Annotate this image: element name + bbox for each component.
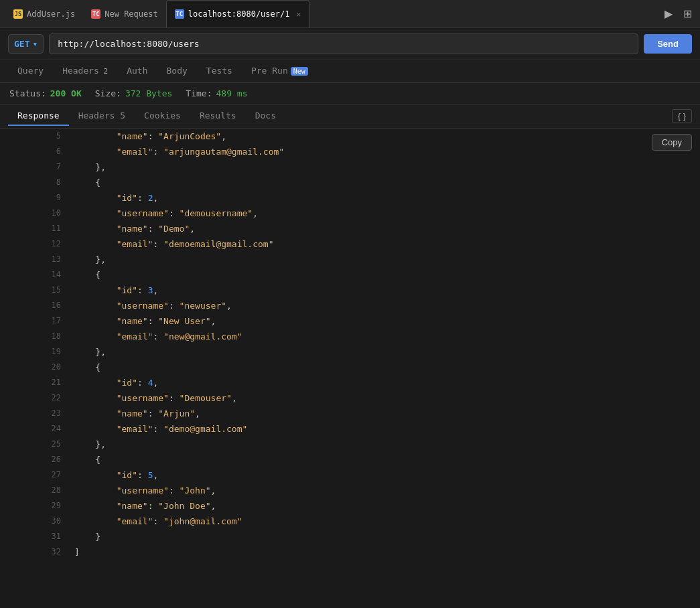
resp-tab-actions: { } [672,109,692,123]
line-content: "username": "Demouser", [69,390,700,406]
tab-badge-tc-blue: TC [175,9,184,19]
resp-tab-cookies[interactable]: Cookies [135,106,190,126]
line-number: 19 [0,344,69,360]
send-button[interactable]: Send [644,34,692,54]
line-number: 5 [0,129,69,144]
resp-tab-response[interactable]: Response [8,106,69,126]
resp-tab-results-label: Results [200,110,236,121]
table-row: 6 "email": "arjungautam@gmail.com" [0,144,700,159]
line-content: "email": "arjungautam@gmail.com" [69,144,700,159]
line-number: 8 [0,175,69,190]
tab-query[interactable]: Query [8,62,53,81]
tab-close-icon[interactable]: ✕ [296,10,301,19]
line-number: 27 [0,467,69,483]
table-row: 28 "username": "John", [0,483,700,498]
table-row: 5 "name": "ArjunCodes", [0,129,700,144]
tab-newrequest[interactable]: TC New Request [83,0,165,27]
line-content: "email": "john@mail.com" [69,514,700,529]
headers-badge: 2 [99,67,108,76]
line-number: 28 [0,483,69,498]
code-area[interactable]: Copy 5 "name": "ArjunCodes",6 "email": "… [0,129,700,599]
status-value: 200 OK [50,88,82,98]
line-content: "id": 3, [69,283,700,298]
tab-label-newrequest: New Request [104,9,157,19]
table-row: 23 "name": "Arjun", [0,406,700,421]
tab-body-label: Body [167,66,188,76]
line-content: }, [69,437,700,452]
copy-button[interactable]: Copy [652,134,692,151]
table-row: 11 "name": "Demo", [0,221,700,236]
tab-localhost[interactable]: TC localhost:8080/user/1 ✕ [166,0,309,27]
tab-prerun-label: Pre Run [251,66,288,76]
table-row: 19 }, [0,344,700,360]
line-content: "name": "Demo", [69,221,700,236]
method-select[interactable]: GET ▾ [8,34,44,54]
table-row: 25 }, [0,437,700,452]
line-content: "email": "new@gmail.com" [69,329,700,344]
line-number: 9 [0,190,69,206]
line-number: 15 [0,283,69,298]
line-number: 21 [0,375,69,390]
line-content: }, [69,159,700,175]
resp-tab-docs[interactable]: Docs [246,106,285,126]
line-number: 6 [0,144,69,159]
table-row: 9 "id": 2, [0,190,700,206]
method-arrow-icon: ▾ [32,39,38,49]
line-content: { [69,360,700,375]
line-content: { [69,452,700,467]
line-number: 12 [0,236,69,252]
table-row: 17 "name": "New User", [0,313,700,329]
line-content: ] [69,544,700,560]
tab-auth[interactable]: Auth [117,62,157,81]
resp-tab-docs-label: Docs [255,110,276,121]
tab-headers[interactable]: Headers 2 [53,62,117,81]
tab-tests[interactable]: Tests [197,62,242,81]
table-row: 15 "id": 3, [0,283,700,298]
line-content: { [69,175,700,190]
table-row: 12 "email": "demoemail@gmail.com" [0,236,700,252]
title-bar: JS AddUser.js TC New Request TC localhos… [0,0,700,28]
tab-auth-label: Auth [127,66,147,76]
url-input[interactable] [49,33,638,54]
tab-body[interactable]: Body [157,62,197,81]
line-number: 7 [0,159,69,175]
line-number: 24 [0,421,69,437]
table-row: 16 "username": "newuser", [0,298,700,313]
table-row: 31 } [0,529,700,544]
line-number: 32 [0,544,69,560]
table-row: 22 "username": "Demouser", [0,390,700,406]
table-row: 29 "name": "John Doe", [0,498,700,514]
layout-button[interactable]: ⊞ [681,5,695,23]
request-bar: GET ▾ Send [0,28,700,60]
title-bar-actions: ▶ ⊞ [662,5,695,23]
line-number: 23 [0,406,69,421]
code-table: 5 "name": "ArjunCodes",6 "email": "arjun… [0,129,700,560]
line-number: 29 [0,498,69,514]
table-row: 7 }, [0,159,700,175]
table-row: 18 "email": "new@gmail.com" [0,329,700,344]
tab-prerun[interactable]: Pre RunNew [242,62,318,81]
resp-tab-results[interactable]: Results [190,106,246,126]
line-content: "id": 5, [69,467,700,483]
prerun-new-badge: New [291,67,308,76]
table-row: 21 "id": 4, [0,375,700,390]
run-button[interactable]: ▶ [662,5,675,23]
table-row: 20 { [0,360,700,375]
line-content: } [69,529,700,544]
line-number: 14 [0,267,69,283]
resp-tab-response-label: Response [17,110,60,121]
resp-tab-headers[interactable]: Headers 5 [69,106,135,126]
tab-query-label: Query [17,66,44,76]
size-value: 372 Bytes [125,88,172,98]
table-row: 32] [0,544,700,560]
resp-tab-cookies-label: Cookies [144,110,181,121]
format-button[interactable]: { } [672,109,692,123]
tab-adduser[interactable]: JS AddUser.js [5,0,83,27]
tab-badge-tc: TC [91,9,100,19]
table-row: 27 "id": 5, [0,467,700,483]
line-number: 20 [0,360,69,375]
table-row: 10 "username": "demousername", [0,206,700,221]
tab-badge-js: JS [13,9,23,19]
request-tabs: Query Headers 2 Auth Body Tests Pre RunN… [0,60,700,83]
line-content: "email": "demo@gmail.com" [69,421,700,437]
